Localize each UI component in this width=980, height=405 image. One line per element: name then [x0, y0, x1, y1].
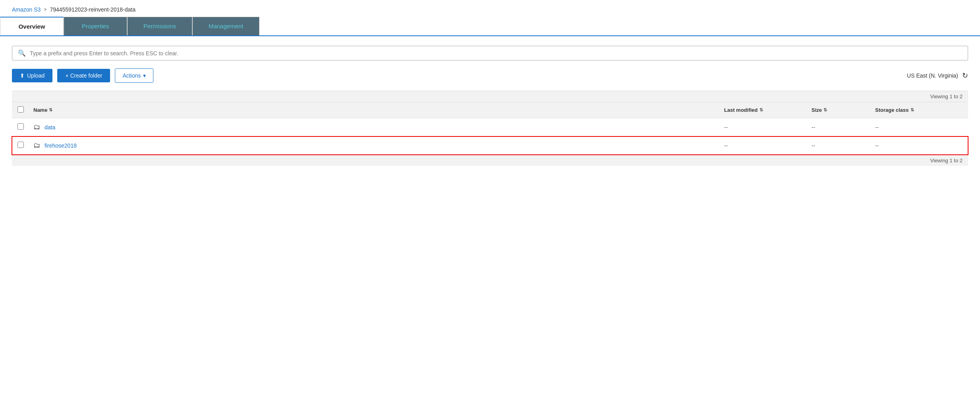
main-content: 🔍 ⬆ Upload + Create folder Actions ▾ US … [0, 36, 980, 175]
tab-overview[interactable]: Overview [0, 17, 64, 35]
col-header-name: Name ⇅ [33, 107, 724, 113]
row-checkbox-data[interactable] [17, 123, 24, 130]
region-info: US East (N. Virginia) ↻ [907, 71, 968, 80]
tab-permissions[interactable]: Permissions [127, 17, 192, 35]
folder-link-data[interactable]: 🗂 data [33, 123, 724, 131]
folder-icon-firehose2018: 🗂 [33, 141, 41, 150]
breadcrumb-parent-link[interactable]: Amazon S3 [12, 6, 41, 13]
row-checkbox-firehose2018[interactable] [17, 142, 24, 148]
breadcrumb-separator: > [44, 7, 46, 12]
cell-storage-class-firehose2018: -- [875, 142, 963, 149]
select-all-checkbox-cell [17, 106, 33, 114]
folder-link-firehose2018[interactable]: 🗂 firehose2018 [33, 141, 724, 150]
search-bar: 🔍 [12, 46, 968, 60]
viewing-bar-top: Viewing 1 to 2 [12, 91, 968, 102]
sort-storage-class-icon[interactable]: ⇅ [910, 107, 914, 113]
folder-icon-data: 🗂 [33, 123, 41, 131]
upload-button[interactable]: ⬆ Upload [12, 69, 52, 82]
cell-last-modified-data: -- [724, 124, 812, 130]
table-header: Name ⇅ Last modified ⇅ Size ⇅ Storage cl… [12, 102, 968, 118]
col-header-size: Size ⇅ [812, 107, 875, 113]
cell-size-data: -- [812, 124, 875, 130]
refresh-icon[interactable]: ↻ [962, 71, 968, 80]
table-row: 🗂 data -- -- -- [12, 118, 968, 136]
region-label: US East (N. Virginia) [907, 72, 958, 79]
sort-last-modified-icon[interactable]: ⇅ [759, 107, 763, 113]
tab-management[interactable]: Management [192, 17, 260, 35]
upload-icon: ⬆ [20, 72, 25, 79]
create-folder-button[interactable]: + Create folder [57, 69, 110, 82]
breadcrumb-current: 794455912023-reinvent-2018-data [50, 6, 136, 13]
row-checkbox-cell-data [17, 123, 33, 131]
breadcrumb: Amazon S3 > 794455912023-reinvent-2018-d… [0, 0, 980, 17]
cell-last-modified-firehose2018: -- [724, 142, 812, 149]
cell-size-firehose2018: -- [812, 142, 875, 149]
viewing-bar-bottom: Viewing 1 to 2 [12, 155, 968, 166]
tabs-container: Overview Properties Permissions Manageme… [0, 17, 980, 36]
col-header-last-modified: Last modified ⇅ [724, 107, 812, 113]
row-checkbox-cell-firehose2018 [17, 142, 33, 149]
tab-properties[interactable]: Properties [64, 17, 127, 35]
sort-name-icon[interactable]: ⇅ [49, 107, 52, 113]
col-header-storage-class: Storage class ⇅ [875, 107, 963, 113]
search-input[interactable] [30, 50, 962, 56]
search-icon: 🔍 [18, 49, 26, 57]
chevron-down-icon: ▾ [143, 72, 146, 79]
toolbar: ⬆ Upload + Create folder Actions ▾ US Ea… [12, 68, 968, 83]
table-row-highlighted: 🗂 firehose2018 -- -- -- [12, 136, 968, 155]
sort-size-icon[interactable]: ⇅ [823, 107, 827, 113]
actions-button[interactable]: Actions ▾ [115, 68, 153, 83]
cell-storage-class-data: -- [875, 124, 963, 130]
select-all-checkbox[interactable] [17, 106, 24, 113]
